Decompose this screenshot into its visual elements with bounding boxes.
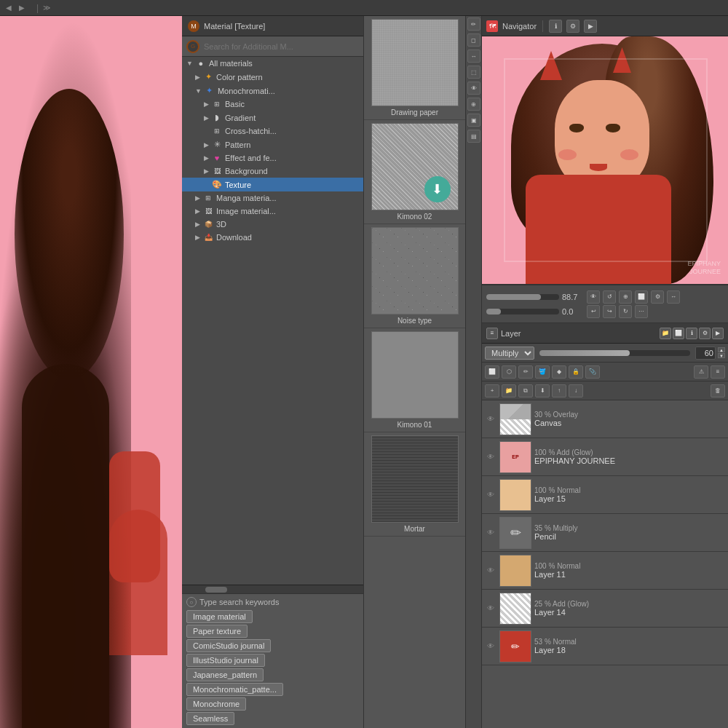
- ctrl-redo-icon[interactable]: ↪: [603, 305, 616, 318]
- layer-row-layer14[interactable]: 👁 25 % Add (Glow) Layer 14: [482, 590, 728, 628]
- texture-noise[interactable]: Noise type: [364, 224, 465, 328]
- layer-row-layer18[interactable]: 👁 ✏ 53 % Normal Layer 18: [482, 628, 728, 665]
- layer-action-new[interactable]: +: [485, 384, 499, 397]
- tree-pattern[interactable]: ▶ ✳ Pattern: [182, 138, 363, 151]
- ctrl-undo-icon[interactable]: ↩: [587, 305, 600, 318]
- tool-gradient[interactable]: ▣: [467, 114, 480, 127]
- layer-tool-alpha[interactable]: ⬡: [502, 365, 516, 379]
- layer-btn-settings[interactable]: ⚙: [699, 328, 711, 339]
- search-input[interactable]: [204, 42, 359, 51]
- nav-btn-info[interactable]: ℹ: [549, 20, 562, 33]
- texture-mortar[interactable]: Mortar: [364, 432, 465, 537]
- tag-comicstudio[interactable]: ComicStudio journal: [186, 639, 271, 652]
- ctrl-rotate-icon[interactable]: ↺: [603, 290, 616, 304]
- layer-action-up[interactable]: ↑: [552, 384, 566, 397]
- layer-action-down[interactable]: ↓: [569, 384, 583, 397]
- layer-row-epiphany[interactable]: 👁 EP 100 % Add (Glow) EPIPHANY JOURNEE: [482, 438, 728, 476]
- tree-background[interactable]: ▶ 🖼 Background: [182, 165, 363, 178]
- tree-monochromatic[interactable]: ▼ ✦ Monochromati...: [182, 84, 363, 98]
- layer-eye-canvas[interactable]: 👁: [485, 414, 496, 425]
- tree-texture[interactable]: ▶ 🎨 Texture: [182, 178, 363, 191]
- layer-btn-info[interactable]: ℹ: [686, 328, 697, 339]
- ctrl-settings-icon[interactable]: ⚙: [651, 290, 664, 304]
- opacity-input[interactable]: 60: [695, 347, 716, 360]
- layer-btn-folder[interactable]: 📁: [660, 328, 671, 339]
- layer-tool-color[interactable]: ◆: [552, 365, 566, 379]
- tree-3d[interactable]: ▶ 📦 3D: [182, 218, 363, 231]
- layer-tool-clipping[interactable]: 📎: [585, 365, 600, 379]
- layer-row-canvas[interactable]: 👁 30 % Overlay Canvas: [482, 400, 728, 438]
- ctrl-expand-icon[interactable]: ↔: [667, 290, 680, 304]
- tool-eraser[interactable]: ◻: [467, 33, 480, 47]
- nav-arrows-2[interactable]: ≫: [40, 2, 53, 13]
- texture-kimono01[interactable]: Kimono 01: [364, 328, 465, 432]
- layer-action-merge[interactable]: ⬇: [535, 384, 550, 397]
- tag-seamless[interactable]: Seamless: [186, 712, 234, 725]
- layer-btn-arrow[interactable]: ▶: [712, 328, 724, 339]
- nav-btn-settings[interactable]: ⚙: [566, 20, 579, 33]
- tag-paper-texture[interactable]: Paper texture: [186, 625, 248, 638]
- tag-illuststudio[interactable]: IllustStudio journal: [186, 654, 265, 667]
- tree-all-materials[interactable]: ▼ ● All materials: [182, 57, 363, 70]
- layer-eye-layer11[interactable]: 👁: [485, 565, 496, 577]
- tag-japanese-pattern[interactable]: Japanese_pattern: [186, 668, 264, 681]
- nav-arrow-left[interactable]: ◀: [3, 2, 15, 13]
- ctrl-zoom-icon[interactable]: ⊕: [619, 290, 632, 304]
- tree-basic[interactable]: ▶ ⊞ Basic: [182, 98, 363, 111]
- layer-tool-more[interactable]: ≡: [711, 365, 725, 379]
- layer-eye-epiphany[interactable]: 👁: [485, 451, 496, 463]
- tag-monochrome[interactable]: Monochrome: [186, 697, 246, 711]
- opacity-spinners[interactable]: ▲ ▼: [718, 347, 725, 358]
- ctrl-refresh-icon[interactable]: ↻: [619, 305, 632, 318]
- nav-btn-expand[interactable]: ▶: [584, 20, 597, 33]
- layer-tool-mask[interactable]: 🔒: [569, 365, 583, 379]
- layer-eye-pencil[interactable]: 👁: [485, 527, 496, 539]
- tool-select[interactable]: ⬚: [467, 66, 480, 79]
- tree-effect-and[interactable]: ▶ ♥ Effect and fe...: [182, 151, 363, 165]
- tool-fill[interactable]: ▤: [467, 130, 480, 143]
- tag-monochromatic-patte[interactable]: Monochromatic_patte...: [186, 683, 283, 696]
- tree-cross-hatch[interactable]: ▶ ⊞ Cross-hatchi...: [182, 124, 363, 138]
- rotate-slider[interactable]: [486, 309, 559, 314]
- layer-tool-brush[interactable]: ✏: [518, 365, 533, 379]
- tree-download[interactable]: ▶ 📥 Download: [182, 231, 363, 244]
- layer-eye-layer18[interactable]: 👁: [485, 641, 496, 652]
- layer-btn-mask[interactable]: ⬜: [673, 328, 684, 339]
- tool-pencil[interactable]: ✏: [467, 17, 480, 31]
- layer-eye-layer15[interactable]: 👁: [485, 489, 496, 501]
- material-scroll-h[interactable]: [182, 585, 363, 593]
- tool-move[interactable]: ↔: [467, 50, 480, 63]
- search-bar[interactable]: G: [182, 36, 363, 57]
- layer-eye-layer14[interactable]: 👁: [485, 603, 496, 614]
- opacity-up[interactable]: ▲: [718, 347, 725, 352]
- layer-tool-lock[interactable]: ⬜: [485, 365, 499, 379]
- tag-image-material[interactable]: Image material: [186, 610, 253, 623]
- tool-transform[interactable]: ⊕: [467, 98, 480, 111]
- opacity-slider[interactable]: [539, 350, 690, 356]
- layer-action-copy[interactable]: ⧉: [518, 384, 533, 397]
- ctrl-more-icon[interactable]: ⋯: [635, 305, 648, 318]
- ctrl-layers-icon[interactable]: ⬜: [635, 290, 648, 304]
- tree-image-material[interactable]: ▶ 🖼 Image material...: [182, 205, 363, 218]
- layer-action-folder[interactable]: 📁: [502, 384, 516, 397]
- layer-action-delete[interactable]: 🗑: [711, 384, 725, 397]
- nav-arrow-right[interactable]: ▶: [16, 2, 28, 13]
- layer-tool-fill[interactable]: 🪣: [535, 365, 550, 379]
- layer-row-layer15[interactable]: 👁 100 % Normal Layer 15: [482, 476, 728, 514]
- tree-color-pattern[interactable]: ▶ ✦ Color pattern: [182, 70, 363, 84]
- tool-view[interactable]: 👁: [467, 82, 480, 95]
- brush-size-slider[interactable]: [486, 294, 559, 300]
- texture-drawing-paper[interactable]: Drawing paper: [364, 16, 465, 120]
- ctrl-eye-icon[interactable]: 👁: [587, 290, 600, 304]
- layer-tool-warning[interactable]: ⚠: [694, 365, 708, 379]
- layer-row-layer11[interactable]: 👁 100 % Normal Layer 11: [482, 552, 728, 590]
- texture-label-kimono01: Kimono 01: [397, 421, 432, 429]
- scroll-thumb[interactable]: [205, 587, 227, 593]
- blend-mode-select[interactable]: Multiply: [485, 347, 534, 360]
- layer-row-pencil[interactable]: 👁 ✏ 35 % Multiply Pencil: [482, 514, 728, 552]
- tree-gradient[interactable]: ▶ ◗ Gradient: [182, 111, 363, 124]
- search-kw-row[interactable]: ○ Type search keywords: [186, 597, 359, 607]
- tree-manga-material[interactable]: ▶ ⊞ Manga materia...: [182, 191, 363, 205]
- opacity-down[interactable]: ▼: [718, 353, 725, 358]
- texture-kimono02[interactable]: ⬇ Kimono 02: [364, 120, 465, 224]
